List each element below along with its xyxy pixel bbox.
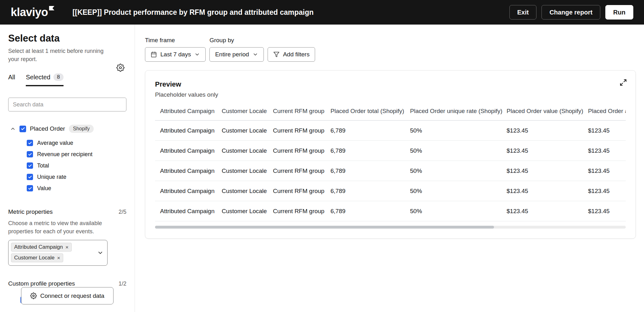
custom-profile-label: Custom profile properties bbox=[8, 280, 75, 287]
preview-card: Preview Placeholder values only Attribut… bbox=[145, 70, 636, 239]
time-frame-group: Time frame Last 7 days bbox=[145, 37, 206, 62]
table-row: Attributed Campaign Customer Locale Curr… bbox=[155, 141, 626, 161]
table-cell: 6,789 bbox=[330, 181, 410, 201]
connect-data-label: Connect or request data bbox=[40, 292, 104, 299]
group-by-dropdown[interactable]: Entire period bbox=[209, 47, 264, 62]
metric-item-row: Revenue per recipient bbox=[27, 149, 126, 160]
table-cell: Attributed Campaign bbox=[155, 201, 222, 221]
metric-item-checkbox[interactable] bbox=[27, 174, 33, 180]
custom-profile-count: 1/2 bbox=[119, 281, 126, 287]
search-input[interactable] bbox=[8, 98, 126, 111]
table-cell: 6,789 bbox=[330, 201, 410, 221]
time-frame-value: Last 7 days bbox=[160, 51, 191, 58]
chevron-down-icon bbox=[194, 52, 200, 57]
calendar-icon bbox=[151, 51, 157, 58]
column-header: Placed Order unique rate (Shopify) bbox=[410, 108, 507, 121]
table-cell: 6,789 bbox=[330, 121, 410, 141]
run-button[interactable]: Run bbox=[605, 5, 633, 20]
exit-button[interactable]: Exit bbox=[509, 5, 537, 20]
select-data-sidebar: Select data Select at least 1 metric bef… bbox=[0, 25, 135, 312]
chevron-down-icon bbox=[97, 250, 103, 256]
time-frame-dropdown[interactable]: Last 7 days bbox=[145, 47, 206, 62]
chip-remove-icon[interactable]: × bbox=[65, 245, 69, 250]
sidebar-subtitle: Select at least 1 metric before running … bbox=[8, 47, 112, 63]
table-row: Attributed Campaign Customer Locale Curr… bbox=[155, 181, 626, 201]
settings-gear-icon[interactable] bbox=[116, 64, 125, 72]
table-cell: $123.45 bbox=[507, 161, 588, 181]
table-cell: $123.45 bbox=[588, 141, 626, 161]
table-cell: $123.45 bbox=[588, 181, 626, 201]
table-cell: 50% bbox=[410, 161, 507, 181]
table-cell: Attributed Campaign bbox=[155, 161, 222, 181]
horizontal-scrollbar[interactable] bbox=[155, 226, 626, 229]
metric-item-checkbox[interactable] bbox=[27, 140, 33, 146]
metric-item-checkbox[interactable] bbox=[27, 162, 33, 169]
expand-icon[interactable] bbox=[619, 79, 627, 86]
add-filters-label: Add filters bbox=[283, 51, 309, 58]
table-cell: $123.45 bbox=[588, 201, 626, 221]
filter-funnel-icon bbox=[273, 51, 280, 58]
klaviyo-logo: klaviyo bbox=[11, 7, 54, 18]
metric-item-label: Average value bbox=[37, 140, 73, 146]
metric-item-label: Total bbox=[37, 162, 49, 169]
klaviyo-flag-icon bbox=[49, 6, 54, 10]
metric-properties-label: Metric properties bbox=[8, 208, 53, 215]
tab-selected[interactable]: Selected 8 bbox=[26, 73, 63, 86]
preview-table: Attributed Campaign Customer Locale Curr… bbox=[155, 108, 626, 221]
table-cell: Current RFM group bbox=[273, 201, 330, 221]
metric-item-checkbox[interactable] bbox=[27, 151, 33, 157]
metric-item-row: Average value bbox=[27, 137, 126, 149]
collapse-chevron-icon[interactable] bbox=[10, 126, 16, 132]
column-header: Current RFM group bbox=[273, 108, 330, 121]
table-cell: Customer Locale bbox=[222, 181, 273, 201]
metric-properties-description: Choose a metric to view the available pr… bbox=[8, 219, 115, 235]
metric-properties-header: Metric properties 2/5 bbox=[8, 208, 126, 215]
selected-chip: Customer Locale × bbox=[11, 253, 63, 262]
table-cell: 6,789 bbox=[330, 141, 410, 161]
metric-item-label: Unique rate bbox=[37, 174, 66, 180]
table-cell: Current RFM group bbox=[273, 121, 330, 141]
selected-chip: Attributed Campaign × bbox=[11, 243, 72, 252]
scrollbar-thumb[interactable] bbox=[155, 226, 494, 229]
table-cell: 6,789 bbox=[330, 161, 410, 181]
metric-item-checkbox[interactable] bbox=[27, 185, 33, 191]
group-by-group: Group by Entire period bbox=[209, 37, 264, 62]
table-cell: Customer Locale bbox=[222, 141, 273, 161]
metric-group-label: Placed Order bbox=[30, 125, 65, 132]
tab-all[interactable]: All bbox=[8, 73, 15, 86]
chip-remove-icon[interactable]: × bbox=[57, 255, 60, 261]
column-header: Placed Order value (Shopify) bbox=[507, 108, 588, 121]
change-report-button[interactable]: Change report bbox=[541, 5, 600, 20]
metric-item-row: Value bbox=[27, 183, 126, 194]
group-by-value: Entire period bbox=[215, 51, 249, 58]
sidebar-title: Select data bbox=[8, 33, 126, 44]
metric-properties-select[interactable]: Attributed Campaign × Customer Locale × bbox=[8, 240, 108, 266]
table-row: Attributed Campaign Customer Locale Curr… bbox=[155, 161, 626, 181]
table-cell: Attributed Campaign bbox=[155, 181, 222, 201]
table-cell: Current RFM group bbox=[273, 141, 330, 161]
table-cell: Customer Locale bbox=[222, 161, 273, 181]
group-by-label: Group by bbox=[209, 37, 264, 44]
connect-data-button[interactable]: Connect or request data bbox=[21, 287, 114, 304]
logo-text: klaviyo bbox=[11, 7, 48, 18]
table-cell: Attributed Campaign bbox=[155, 141, 222, 161]
metric-item-row: Total bbox=[27, 160, 126, 171]
top-bar: klaviyo [[KEEP]] Product performance by … bbox=[0, 0, 644, 25]
table-cell: $123.45 bbox=[588, 161, 626, 181]
chip-label: Customer Locale bbox=[14, 255, 55, 261]
table-cell: Current RFM group bbox=[273, 161, 330, 181]
data-tabs: All Selected 8 bbox=[8, 73, 126, 86]
table-cell: $123.45 bbox=[507, 181, 588, 201]
table-cell: 50% bbox=[410, 201, 507, 221]
report-toolbar: Time frame Last 7 days Group by Entire p… bbox=[145, 37, 636, 62]
placed-order-checkbox[interactable] bbox=[19, 126, 26, 132]
metric-item-row: Unique rate bbox=[27, 171, 126, 183]
shopify-tag: Shopify bbox=[69, 125, 94, 133]
add-filters-button[interactable]: Add filters bbox=[268, 47, 315, 62]
report-title: [[KEEP]] Product performance by RFM grou… bbox=[73, 8, 314, 17]
metric-item-label: Revenue per recipient bbox=[37, 151, 92, 158]
topbar-actions: Exit Change report Run bbox=[509, 5, 633, 20]
custom-profile-header: Custom profile properties 1/2 bbox=[8, 280, 126, 287]
preview-table-viewport: Attributed Campaign Customer Locale Curr… bbox=[155, 108, 626, 221]
metric-item-label: Value bbox=[37, 185, 51, 192]
